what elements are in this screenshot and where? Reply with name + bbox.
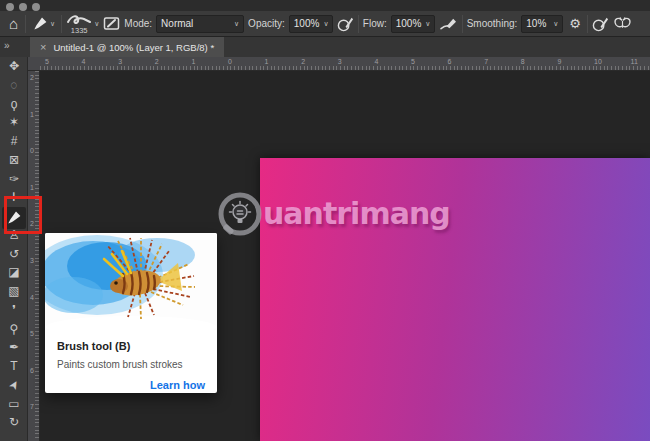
dodge-tool[interactable]: ⚲ <box>0 320 28 338</box>
ruler-label: 3 <box>30 257 34 264</box>
home-icon[interactable]: ⌂ <box>6 15 21 32</box>
mode-value: Normal <box>161 18 193 29</box>
flow-label: Flow: <box>363 18 387 29</box>
window-close-button[interactable] <box>6 3 14 11</box>
hand-rotate-tool-icon: ↻ <box>9 413 19 431</box>
opacity-dropdown[interactable]: 100% ∨ <box>289 15 333 33</box>
ruler-label: 5 <box>30 330 34 337</box>
ruler-label: 8 <box>521 58 525 65</box>
window-minimize-button[interactable] <box>19 3 27 11</box>
ruler-label: 0 <box>30 147 34 154</box>
blur-tool-icon: ❜ <box>12 301 16 319</box>
mode-label: Mode: <box>124 18 152 29</box>
crop-tool[interactable]: # <box>0 132 28 150</box>
vertical-ruler: 21012345678 <box>28 71 40 441</box>
brush-tool-tooltip: Brush tool (B) Paints custom brush strok… <box>45 233 217 393</box>
window-zoom-button[interactable] <box>32 3 40 11</box>
separator <box>61 15 62 33</box>
lasso-tool[interactable]: ϙ <box>0 95 28 113</box>
toolbox: ✥◌ϙ✶#⊠✑✛ ♙↺◪▧❜⚲✒T➤▭↻ <box>0 57 28 441</box>
marquee-tool[interactable]: ◌ <box>0 76 28 94</box>
mode-dropdown[interactable]: Normal ∨ <box>156 15 244 33</box>
photoshop-window: ⌂ ∨ 1335 ∨ Mode: Normal <box>0 0 650 441</box>
window-titlebar <box>0 0 650 11</box>
ruler-label: 1 <box>30 111 34 118</box>
rectangle-tool[interactable]: ▭ <box>0 395 28 413</box>
airbrush-button[interactable] <box>439 16 458 31</box>
separator <box>25 15 26 33</box>
tab-close-icon[interactable]: × <box>40 42 46 53</box>
ruler-label: 9 <box>557 58 561 65</box>
brush-preset-picker[interactable]: 1335 ∨ <box>66 13 99 35</box>
rectangle-tool-icon: ▭ <box>8 395 19 413</box>
pressure-opacity-button[interactable] <box>337 15 354 32</box>
path-selection-tool[interactable]: ➤ <box>0 376 28 394</box>
gradient-tool[interactable]: ▧ <box>0 282 28 300</box>
pressure-size-icon <box>592 15 609 32</box>
crop-tool-icon: # <box>11 132 18 150</box>
brush-stroke-icon <box>66 13 92 26</box>
ruler-label: 4 <box>82 58 86 65</box>
smoothing-options-gear-icon[interactable]: ⚙ <box>567 16 583 31</box>
flow-value: 100% <box>396 18 422 29</box>
learn-how-link[interactable]: Learn how <box>150 379 205 391</box>
tab-title: Untitled-1 @ 100% (Layer 1, RGB/8) * <box>53 42 214 53</box>
document-tab[interactable]: × Untitled-1 @ 100% (Layer 1, RGB/8) * <box>30 37 224 57</box>
chevron-down-icon: ∨ <box>230 20 239 28</box>
tool-options-bar: ⌂ ∨ 1335 ∨ Mode: Normal <box>0 11 650 37</box>
pen-tool[interactable]: ✒ <box>0 338 28 356</box>
opacity-value: 100% <box>294 18 320 29</box>
paint-symmetry-button[interactable] <box>613 16 632 32</box>
chevron-down-icon: ∨ <box>421 20 430 28</box>
brush-settings-panel-toggle[interactable] <box>103 16 120 31</box>
separator <box>462 15 463 33</box>
pressure-size-button[interactable] <box>592 15 609 32</box>
dodge-tool-icon: ⚲ <box>10 320 19 338</box>
chevron-down-icon: ∨ <box>94 20 99 28</box>
ruler-label: 1 <box>30 184 34 191</box>
blur-tool[interactable]: ❜ <box>0 301 28 319</box>
eyedropper-tool[interactable]: ✑ <box>0 170 28 188</box>
ruler-label: 7 <box>484 58 488 65</box>
brush-tool-preview-image <box>45 233 217 330</box>
separator <box>358 15 359 33</box>
ruler-label: 2 <box>30 74 34 81</box>
brush-tool-highlight-box <box>4 196 42 234</box>
smoothing-label: Smoothing: <box>467 18 518 29</box>
magic-wand-tool[interactable]: ✶ <box>0 113 28 131</box>
frame-tool-icon: ⊠ <box>9 151 19 169</box>
path-selection-tool-icon: ➤ <box>4 376 25 394</box>
move-tool[interactable]: ✥ <box>0 57 28 75</box>
quantrimang-logo <box>216 190 264 238</box>
ruler-label: 5 <box>411 58 415 65</box>
marquee-tool-icon: ◌ <box>10 76 17 94</box>
opacity-label: Opacity: <box>248 18 285 29</box>
document-tab-bar: » × Untitled-1 @ 100% (Layer 1, RGB/8) * <box>0 37 650 57</box>
ruler-label: 10 <box>594 58 602 65</box>
smoothing-dropdown[interactable]: 10% ∨ <box>521 15 563 33</box>
panel-expand-chevrons[interactable]: » <box>4 40 9 51</box>
type-tool[interactable]: T <box>0 357 28 375</box>
ruler-label: 1 <box>265 58 269 65</box>
frame-tool[interactable]: ⊠ <box>0 151 28 169</box>
flow-dropdown[interactable]: 100% ∨ <box>391 15 435 33</box>
history-brush-tool[interactable]: ↺ <box>0 245 28 263</box>
eraser-tool[interactable]: ◪ <box>0 263 28 281</box>
magic-wand-tool-icon: ✶ <box>9 113 19 131</box>
ruler-label: 3 <box>118 58 122 65</box>
ruler-label: 4 <box>30 294 34 301</box>
ruler-label: 6 <box>30 367 34 374</box>
chevron-down-icon: ∨ <box>549 20 558 28</box>
brush-tool-preset-button[interactable]: ∨ <box>30 16 57 32</box>
ruler-label: 4 <box>374 58 378 65</box>
ruler-label: 1 <box>191 58 195 65</box>
hand-rotate-tool[interactable]: ↻ <box>0 413 28 431</box>
ruler-label: 6 <box>448 58 452 65</box>
ruler-label: 11 <box>631 58 638 65</box>
brush-icon <box>32 16 48 32</box>
brush-size-value: 1335 <box>71 27 88 35</box>
horizontal-ruler: 5432101234567891011 <box>28 57 650 71</box>
tooltip-title: Brush tool (B) <box>57 340 130 352</box>
history-brush-tool-icon: ↺ <box>9 245 19 263</box>
gradient-tool-icon: ▧ <box>8 282 19 300</box>
